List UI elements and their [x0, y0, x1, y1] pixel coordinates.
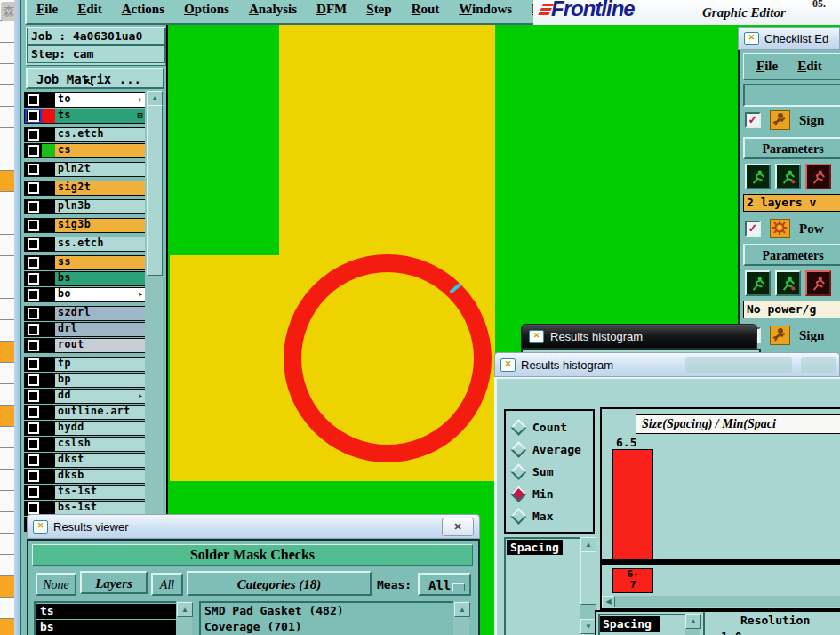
- check-enabled-checkbox[interactable]: ✓: [745, 112, 761, 128]
- viewer-layer-list[interactable]: tsbs: [34, 601, 180, 635]
- radio-diamond-icon[interactable]: [510, 419, 526, 435]
- menu-item[interactable]: File: [27, 0, 68, 23]
- layer-color-swatch[interactable]: [42, 454, 55, 467]
- radio-diamond-icon[interactable]: [510, 486, 526, 502]
- layer-color-swatch[interactable]: [42, 486, 55, 499]
- parameters-button[interactable]: Parameters: [743, 137, 840, 159]
- attribute-list[interactable]: SpacingFeature 1Feature 2: [598, 614, 689, 635]
- layer-row[interactable]: cs.etch: [24, 127, 147, 142]
- layer-color-swatch[interactable]: [42, 390, 55, 403]
- layer-row[interactable]: dksb: [24, 469, 147, 484]
- layer-row[interactable]: szdrl: [24, 306, 147, 321]
- layer-visibility-checkbox[interactable]: [25, 374, 42, 387]
- attribute-list-item[interactable]: Spacing: [600, 616, 660, 632]
- layer-name[interactable]: szdrl: [55, 307, 146, 320]
- layer-row[interactable]: hydd: [24, 421, 147, 436]
- layer-visibility-checkbox[interactable]: [25, 454, 42, 467]
- layer-row[interactable]: drl: [24, 322, 147, 337]
- layer-visibility-checkbox[interactable]: [25, 470, 42, 483]
- radio-diamond-icon[interactable]: [510, 508, 526, 524]
- scrollbar-thumb[interactable]: [147, 105, 163, 276]
- layer-name[interactable]: to: [55, 93, 146, 107]
- layer-color-swatch[interactable]: [42, 339, 55, 352]
- layer-name[interactable]: bp: [55, 374, 146, 387]
- layer-name[interactable]: bs: [55, 272, 146, 285]
- categories-header-button[interactable]: Categories (18): [187, 571, 372, 596]
- parameters-button[interactable]: Parameters: [743, 244, 840, 266]
- checklist-titlebar[interactable]: ✕ Checklist Ed: [738, 27, 840, 50]
- scroll-up-icon[interactable]: ▲: [454, 602, 470, 617]
- viewer-layer-scrollbar[interactable]: ▲: [176, 601, 192, 635]
- layer-color-swatch[interactable]: [42, 307, 55, 320]
- layer-name[interactable]: cs: [55, 144, 146, 157]
- viewer-titlebar[interactable]: ✕ Results viewer ✕: [27, 514, 480, 539]
- radio-diamond-icon[interactable]: [510, 441, 526, 457]
- layer-visibility-checkbox[interactable]: [25, 486, 42, 499]
- layer-row[interactable]: sig3b: [24, 218, 147, 233]
- layer-color-swatch[interactable]: [42, 256, 55, 269]
- layer-visibility-checkbox[interactable]: [25, 128, 42, 141]
- layer-name[interactable]: cs.etch: [55, 128, 146, 141]
- layer-row[interactable]: ts: [24, 109, 147, 124]
- layer-visibility-checkbox[interactable]: [25, 323, 42, 336]
- layer-name[interactable]: dkst: [55, 454, 146, 467]
- viewer-layer-item[interactable]: ts: [36, 604, 177, 619]
- layer-name[interactable]: sig3b: [55, 219, 146, 232]
- menu-item[interactable]: Windows: [449, 0, 522, 23]
- layer-color-swatch[interactable]: [42, 374, 55, 387]
- layer-color-swatch[interactable]: [42, 470, 55, 483]
- menu-item[interactable]: Rout: [402, 0, 450, 23]
- layer-name[interactable]: ss: [55, 256, 146, 269]
- aggregate-radio[interactable]: Max: [513, 505, 593, 527]
- layer-visibility-checkbox[interactable]: [25, 288, 42, 301]
- layer-visibility-checkbox[interactable]: [25, 163, 42, 176]
- layer-visibility-checkbox[interactable]: [25, 181, 42, 195]
- layer-name[interactable]: cslsh: [55, 438, 146, 451]
- layer-name[interactable]: dksb: [55, 470, 146, 483]
- layer-row[interactable]: ss: [24, 255, 147, 270]
- layer-row[interactable]: cslsh: [24, 437, 147, 452]
- menu-item[interactable]: Analysis: [239, 0, 307, 23]
- layer-color-swatch[interactable]: [42, 128, 55, 141]
- layer-visibility-checkbox[interactable]: [25, 358, 42, 371]
- layer-color-swatch[interactable]: [42, 93, 55, 107]
- layer-color-swatch[interactable]: [42, 200, 55, 213]
- measure-list-item[interactable]: Spacing: [507, 540, 563, 555]
- chart-hscrollbar[interactable]: ◀: [602, 596, 840, 607]
- layer-row[interactable]: ss.etch: [24, 237, 147, 252]
- scroll-left-icon[interactable]: ◀: [602, 596, 615, 607]
- layer-row[interactable]: tp: [24, 357, 147, 372]
- check-enabled-checkbox[interactable]: ✓: [745, 221, 761, 237]
- aggregate-radio[interactable]: Sum: [513, 461, 593, 483]
- layer-color-swatch[interactable]: [42, 109, 55, 123]
- layer-color-swatch[interactable]: [42, 237, 55, 251]
- menu-item[interactable]: Actions: [112, 0, 174, 23]
- scroll-up-icon[interactable]: ▲: [177, 602, 193, 617]
- layer-color-swatch[interactable]: [42, 272, 55, 285]
- layer-name[interactable]: bo: [55, 288, 146, 301]
- none-button[interactable]: None: [36, 573, 76, 596]
- layer-color-swatch[interactable]: [42, 502, 55, 515]
- layer-row[interactable]: outline.art: [24, 405, 147, 420]
- layer-color-swatch[interactable]: [42, 358, 55, 371]
- menu-item[interactable]: Edit: [68, 0, 112, 23]
- layers-header-button[interactable]: Layers: [80, 571, 148, 594]
- layer-name[interactable]: drl: [55, 323, 146, 336]
- layer-name[interactable]: pln3b: [55, 200, 146, 213]
- all-button[interactable]: All: [151, 573, 183, 596]
- layer-name[interactable]: hydd: [55, 422, 146, 435]
- layer-visibility-checkbox[interactable]: [25, 422, 42, 435]
- checklist-menu-edit[interactable]: Edit: [797, 59, 822, 79]
- layer-name[interactable]: sig2t: [55, 181, 146, 195]
- layer-row[interactable]: dkst: [24, 453, 147, 468]
- layer-visibility-checkbox[interactable]: [25, 237, 42, 251]
- layer-name[interactable]: ss.etch: [55, 237, 146, 251]
- run-action-icon[interactable]: [775, 270, 801, 296]
- histogram-back-titlebar[interactable]: ✕ Results histogram: [521, 324, 757, 349]
- layer-color-swatch[interactable]: [42, 163, 55, 176]
- layer-row[interactable]: dd: [24, 389, 147, 404]
- layer-row[interactable]: pln2t: [24, 162, 147, 177]
- meas-dropdown[interactable]: All: [418, 573, 471, 596]
- viewer-category-scrollbar[interactable]: ▲: [453, 601, 469, 635]
- layer-visibility-checkbox[interactable]: [25, 502, 42, 515]
